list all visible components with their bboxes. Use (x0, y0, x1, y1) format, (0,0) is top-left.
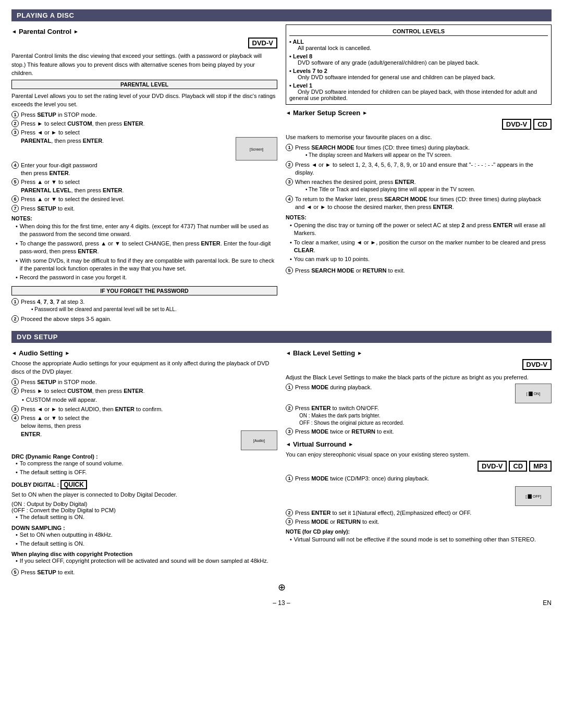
dvd-setup-columns: ◄ Audio Setting ► Choose the appropriate… (11, 346, 552, 578)
marker-step-num-1: 1 (286, 144, 293, 151)
black-level-title: ◄ Black Level Setting ► (286, 349, 552, 357)
marker-step-1-text: Press SEARCH MODE four times (CD: three … (295, 144, 470, 151)
note-4: • Record the password in case you forget… (11, 274, 277, 281)
audio-steps: 1 Press SETUP in STOP mode. 2 Press ► to… (11, 378, 277, 450)
black-step-3-text: Press MODE twice or RETURN to exit. (295, 428, 552, 436)
dolby-default-text: The default setting is ON. (20, 513, 84, 521)
step-1: 1 Press SETUP in STOP mode. (11, 111, 277, 119)
marker-step-4: 4 To return to the Marker later, press S… (286, 195, 552, 212)
forget-step-1: 1 Press 4, 7, 3, 7 at step 3. Password w… (11, 298, 277, 314)
marker-step-5-text: Press SEARCH MODE or RETURN to exit. (295, 267, 552, 275)
virtual-step-num-2: 2 (286, 509, 293, 516)
black-step-num-1: 1 (286, 384, 293, 391)
marker-step-num-5: 5 (286, 267, 293, 274)
forget-step-num-1: 1 (11, 298, 19, 305)
notes-label: NOTES: (11, 215, 277, 221)
copyright-note-text: If you select OFF, copyright protection … (20, 557, 268, 565)
virtual-mp3-badge: MP3 (529, 461, 552, 472)
forget-step-2: 2 Proceed the above steps 3-5 again. (11, 315, 277, 323)
step-6: 6 Press ▲ or ▼ to select the desired lev… (11, 195, 277, 203)
virtual-surround-title: ◄ Virtual Surround ► (286, 440, 552, 448)
dolby-sub1: (ON : Output by Dolby Digital) (11, 501, 277, 507)
marker-note-1: • Opening the disc tray or turning off t… (286, 221, 552, 238)
audio-setting-intro: Choose the appropriate Audio settings fo… (11, 359, 277, 376)
virtual-note-label: NOTE (for CD play only): (286, 528, 552, 535)
step-6-text: Press ▲ or ▼ to select the desired level… (21, 195, 277, 203)
arrow-right-icon: ► (74, 29, 79, 34)
control-levels-box: CONTROL LEVELS • ALL All parental lock i… (286, 24, 552, 105)
step-5: 5 Press ▲ or ▼ to selectPARENTAL LEVEL, … (11, 178, 277, 194)
dvd-v-badge: DVD-V (248, 38, 277, 48)
black-badge-row: DVD-V (286, 359, 552, 370)
step-4: 4 Enter your four-digit passwordthen pre… (11, 162, 277, 178)
marker-step-num-4: 4 (286, 195, 293, 203)
drc-note-2-text: The default setting is OFF. (20, 468, 87, 476)
virtual-step-3-text: Press MODE or RETURN to exit. (295, 518, 552, 526)
audio-step-3-text: Press ◄ or ► to select AUDIO, then ENTER… (21, 405, 277, 413)
drc-note-1: • To compress the range of sound volume. (11, 460, 277, 467)
black-arrow-left-icon: ◄ (286, 350, 291, 356)
parental-control-title: ◄ Parental Control ► (11, 28, 277, 35)
control-levels-header: CONTROL LEVELS (289, 28, 548, 36)
marker-step-3: 3 When reaches the desired point, press … (286, 178, 552, 194)
control-level-8-label: • Level 8 (289, 53, 312, 59)
virtual-badge-row: DVD-V CD MP3 (286, 461, 552, 472)
black-step-1: 1 Press MODE during playback. [▐█ ON] (286, 384, 552, 403)
virtual-arrow-right-icon: ► (348, 441, 353, 447)
step-num-5: 5 (11, 178, 19, 186)
virtual-arrow-left-icon: ◄ (286, 441, 291, 447)
virtual-step-num-1: 1 (286, 475, 293, 482)
control-level-1: • Level 1 Only DVD software intended for… (289, 82, 548, 101)
control-level-all-label: • ALL (289, 39, 304, 45)
marker-note-1-text: Opening the disc tray or turning off the… (294, 221, 552, 238)
drc-note-2: • The default setting is OFF. (11, 468, 277, 476)
black-level-image: [▐█ ON] (515, 384, 552, 403)
marker-step-2-text: Press ◄ or ► to select 1, 2, 3, 4, 5, 6,… (295, 161, 552, 177)
marker-step-num-2: 2 (286, 161, 293, 168)
right-bottom-column: ◄ Black Level Setting ► DVD-V Adjust the… (286, 346, 552, 578)
step-num-6: 6 (11, 195, 19, 203)
marker-intro: Use markers to memorise your favourite p… (286, 133, 552, 142)
black-step-2-content: Press ENTER to switch ON/OFF. ON : Makes… (295, 404, 552, 427)
right-column: CONTROL LEVELS • ALL All parental lock i… (286, 24, 552, 326)
step-4-text: Enter your four-digit passwordthen press… (21, 162, 277, 178)
parental-level-header: PARENTAL LEVEL (11, 80, 277, 89)
step-num-3: 3 (11, 129, 19, 136)
control-level-1-label: • Level 1 (289, 82, 312, 89)
marker-step-3-sub: The Title or Track and elapsed playing t… (295, 186, 552, 193)
drc-section: DRC (Dynamic Range Control) : • To compr… (11, 453, 277, 477)
audio-step-2-text: Press ► to select CUSTOM, then press ENT… (21, 387, 277, 395)
audio-arrow-left-icon: ◄ (11, 350, 17, 356)
audio-setting-title: ◄ Audio Setting ► (11, 349, 277, 357)
step-num-2: 2 (11, 120, 19, 127)
forget-step-1-sub: Password will be cleared and parental le… (21, 306, 277, 313)
marker-note-3-text: You can mark up to 10 points. (294, 255, 370, 263)
marker-steps: 1 Press SEARCH MODE four times (CD: thre… (286, 144, 552, 212)
note-1: • When doing this for the first time, en… (11, 223, 277, 239)
control-level-8: • Level 8 DVD software of any grade (adu… (289, 53, 548, 66)
virtual-step-2-text: Press ENTER to set it 1(Natural effect),… (295, 509, 552, 517)
step-3-content: Press ◄ or ► to selectPARENTAL, then pre… (21, 129, 277, 160)
down-sampling-note-1-text: Set to ON when outputting in 48kHz. (20, 531, 113, 539)
marker-note-2: • To clear a marker, using ◄ or ►, posit… (286, 239, 552, 255)
black-level-steps: 1 Press MODE during playback. [▐█ ON] 2 … (286, 384, 552, 436)
audio-step-4: 4 Press ▲ or ▼ to select thebelow items,… (11, 414, 277, 450)
black-step-3: 3 Press MODE twice or RETURN to exit. (286, 428, 552, 436)
marker-step-3-text: When reaches the desired point, press EN… (295, 179, 416, 185)
virtual-note-text: Virtual Surround will not be effective i… (294, 536, 536, 544)
marker-cd-badge: CD (533, 119, 552, 130)
virtual-dvd-v-badge: DVD-V (478, 461, 507, 472)
marker-step-2: 2 Press ◄ or ► to select 1, 2, 3, 4, 5, … (286, 161, 552, 177)
virtual-step-3: 3 Press MODE or RETURN to exit. (286, 518, 552, 526)
drc-label: DRC (Dynamic Range Control) : (11, 453, 98, 460)
control-level-7-2-desc: Only DVD software intended for general u… (289, 74, 495, 80)
marker-badge-row: DVD-V CD (286, 119, 552, 130)
virtual-off-image: [▐█ OFF] (286, 486, 552, 506)
marker-arrow-left-icon: ◄ (286, 110, 291, 116)
black-step-num-3: 3 (286, 428, 293, 435)
audio-step-num-4: 4 (11, 414, 19, 422)
marker-step-4-text: To return to the Marker later, press SEA… (295, 195, 552, 212)
control-level-7-2: • Levels 7 to 2 Only DVD software intend… (289, 68, 548, 80)
audio-step-2: 2 Press ► to select CUSTOM, then press E… (11, 387, 277, 395)
forget-step-1-content: Press 4, 7, 3, 7 at step 3. Password wil… (21, 298, 277, 314)
